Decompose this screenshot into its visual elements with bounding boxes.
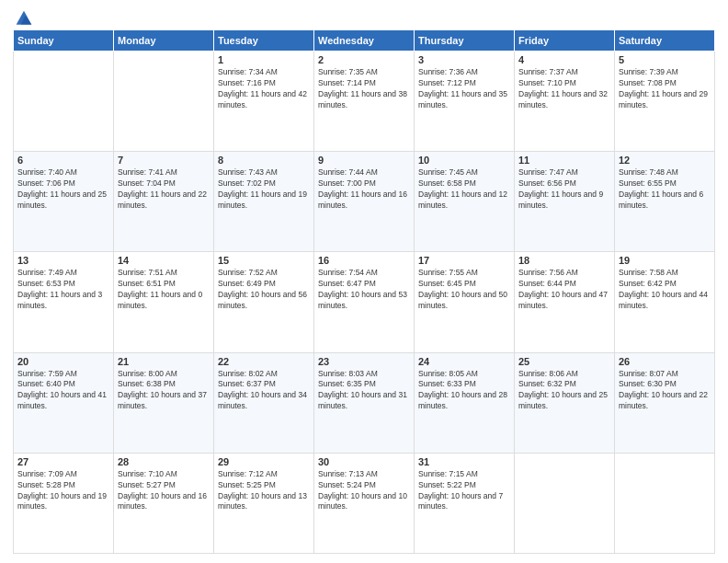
day-info: Sunrise: 7:15 AMSunset: 5:22 PMDaylight:… bbox=[418, 469, 510, 513]
calendar-day-cell: 20Sunrise: 7:59 AMSunset: 6:40 PMDayligh… bbox=[14, 352, 114, 453]
calendar-day-header: Friday bbox=[515, 30, 615, 52]
day-info: Sunrise: 8:00 AMSunset: 6:38 PMDaylight:… bbox=[118, 369, 210, 413]
day-info: Sunrise: 7:59 AMSunset: 6:40 PMDaylight:… bbox=[17, 369, 109, 413]
day-number: 4 bbox=[518, 54, 610, 65]
day-number: 5 bbox=[619, 54, 711, 65]
day-number: 31 bbox=[418, 456, 510, 467]
calendar-day-cell: 19Sunrise: 7:58 AMSunset: 6:42 PMDayligh… bbox=[615, 252, 715, 352]
page: SundayMondayTuesdayWednesdayThursdayFrid… bbox=[0, 0, 728, 563]
calendar-day-cell: 17Sunrise: 7:55 AMSunset: 6:45 PMDayligh… bbox=[415, 252, 515, 352]
day-number: 19 bbox=[619, 255, 711, 266]
day-number: 16 bbox=[318, 255, 410, 266]
day-number: 24 bbox=[418, 356, 510, 367]
calendar-day-cell: 3Sunrise: 7:36 AMSunset: 7:12 PMDaylight… bbox=[415, 52, 515, 152]
day-info: Sunrise: 7:52 AMSunset: 6:49 PMDaylight:… bbox=[218, 268, 310, 312]
day-number: 30 bbox=[318, 456, 410, 467]
calendar-day-cell: 2Sunrise: 7:35 AMSunset: 7:14 PMDaylight… bbox=[314, 52, 415, 152]
day-info: Sunrise: 7:09 AMSunset: 5:28 PMDaylight:… bbox=[17, 469, 109, 513]
calendar-day-header: Saturday bbox=[615, 30, 715, 52]
calendar-day-cell: 18Sunrise: 7:56 AMSunset: 6:44 PMDayligh… bbox=[515, 252, 615, 352]
header bbox=[13, 9, 715, 24]
day-info: Sunrise: 7:10 AMSunset: 5:27 PMDaylight:… bbox=[118, 469, 210, 513]
day-info: Sunrise: 7:13 AMSunset: 5:24 PMDaylight:… bbox=[318, 469, 410, 513]
day-number: 9 bbox=[318, 155, 410, 166]
day-number: 11 bbox=[518, 155, 610, 166]
calendar-day-cell: 21Sunrise: 8:00 AMSunset: 6:38 PMDayligh… bbox=[114, 352, 214, 453]
day-number: 6 bbox=[17, 155, 109, 166]
calendar-day-cell: 7Sunrise: 7:41 AMSunset: 7:04 PMDaylight… bbox=[114, 152, 214, 252]
calendar-day-header: Wednesday bbox=[314, 30, 415, 52]
calendar-header-row: SundayMondayTuesdayWednesdayThursdayFrid… bbox=[14, 30, 715, 52]
calendar-day-cell: 11Sunrise: 7:47 AMSunset: 6:56 PMDayligh… bbox=[515, 152, 615, 252]
day-number: 21 bbox=[118, 356, 210, 367]
calendar-day-cell bbox=[515, 453, 615, 553]
day-number: 7 bbox=[118, 155, 210, 166]
day-info: Sunrise: 7:58 AMSunset: 6:42 PMDaylight:… bbox=[619, 268, 711, 312]
logo bbox=[13, 9, 33, 24]
day-number: 1 bbox=[218, 54, 310, 65]
calendar-day-cell bbox=[615, 453, 715, 553]
logo-icon bbox=[15, 9, 33, 28]
day-number: 15 bbox=[218, 255, 310, 266]
calendar-day-cell: 8Sunrise: 7:43 AMSunset: 7:02 PMDaylight… bbox=[214, 152, 314, 252]
day-info: Sunrise: 8:03 AMSunset: 6:35 PMDaylight:… bbox=[318, 369, 410, 413]
day-number: 13 bbox=[17, 255, 109, 266]
day-number: 25 bbox=[518, 356, 610, 367]
calendar-day-cell: 26Sunrise: 8:07 AMSunset: 6:30 PMDayligh… bbox=[615, 352, 715, 453]
calendar-day-cell: 5Sunrise: 7:39 AMSunset: 7:08 PMDaylight… bbox=[615, 52, 715, 152]
day-number: 12 bbox=[619, 155, 711, 166]
day-info: Sunrise: 7:45 AMSunset: 6:58 PMDaylight:… bbox=[418, 167, 510, 212]
day-number: 27 bbox=[17, 456, 109, 467]
calendar-day-cell: 31Sunrise: 7:15 AMSunset: 5:22 PMDayligh… bbox=[415, 453, 515, 553]
day-info: Sunrise: 7:55 AMSunset: 6:45 PMDaylight:… bbox=[418, 268, 510, 312]
calendar-day-cell: 16Sunrise: 7:54 AMSunset: 6:47 PMDayligh… bbox=[314, 252, 415, 352]
calendar-week-row: 20Sunrise: 7:59 AMSunset: 6:40 PMDayligh… bbox=[14, 352, 715, 453]
calendar-day-cell: 1Sunrise: 7:34 AMSunset: 7:16 PMDaylight… bbox=[214, 52, 314, 152]
calendar-day-cell: 6Sunrise: 7:40 AMSunset: 7:06 PMDaylight… bbox=[14, 152, 114, 252]
calendar-day-cell: 29Sunrise: 7:12 AMSunset: 5:25 PMDayligh… bbox=[214, 453, 314, 553]
calendar-day-cell: 28Sunrise: 7:10 AMSunset: 5:27 PMDayligh… bbox=[114, 453, 214, 553]
day-number: 18 bbox=[518, 255, 610, 266]
calendar-day-cell: 25Sunrise: 8:06 AMSunset: 6:32 PMDayligh… bbox=[515, 352, 615, 453]
calendar-week-row: 6Sunrise: 7:40 AMSunset: 7:06 PMDaylight… bbox=[14, 152, 715, 252]
day-number: 10 bbox=[418, 155, 510, 166]
calendar-day-cell: 14Sunrise: 7:51 AMSunset: 6:51 PMDayligh… bbox=[114, 252, 214, 352]
day-number: 14 bbox=[118, 255, 210, 266]
day-info: Sunrise: 7:12 AMSunset: 5:25 PMDaylight:… bbox=[218, 469, 310, 513]
day-info: Sunrise: 7:39 AMSunset: 7:08 PMDaylight:… bbox=[619, 67, 711, 111]
day-info: Sunrise: 7:49 AMSunset: 6:53 PMDaylight:… bbox=[17, 268, 109, 312]
day-info: Sunrise: 7:36 AMSunset: 7:12 PMDaylight:… bbox=[418, 67, 510, 111]
day-info: Sunrise: 7:54 AMSunset: 6:47 PMDaylight:… bbox=[318, 268, 410, 312]
calendar-day-cell: 9Sunrise: 7:44 AMSunset: 7:00 PMDaylight… bbox=[314, 152, 415, 252]
day-number: 3 bbox=[418, 54, 510, 65]
calendar-day-header: Monday bbox=[114, 30, 214, 52]
day-info: Sunrise: 7:35 AMSunset: 7:14 PMDaylight:… bbox=[318, 67, 410, 111]
day-info: Sunrise: 7:41 AMSunset: 7:04 PMDaylight:… bbox=[118, 167, 210, 212]
day-info: Sunrise: 7:56 AMSunset: 6:44 PMDaylight:… bbox=[518, 268, 610, 312]
day-number: 2 bbox=[318, 54, 410, 65]
calendar-day-cell: 22Sunrise: 8:02 AMSunset: 6:37 PMDayligh… bbox=[214, 352, 314, 453]
calendar-table: SundayMondayTuesdayWednesdayThursdayFrid… bbox=[13, 29, 715, 554]
calendar-day-cell: 4Sunrise: 7:37 AMSunset: 7:10 PMDaylight… bbox=[515, 52, 615, 152]
calendar-day-cell: 12Sunrise: 7:48 AMSunset: 6:55 PMDayligh… bbox=[615, 152, 715, 252]
calendar-week-row: 1Sunrise: 7:34 AMSunset: 7:16 PMDaylight… bbox=[14, 52, 715, 152]
day-number: 22 bbox=[218, 356, 310, 367]
day-info: Sunrise: 8:06 AMSunset: 6:32 PMDaylight:… bbox=[518, 369, 610, 413]
day-number: 29 bbox=[218, 456, 310, 467]
day-info: Sunrise: 7:44 AMSunset: 7:00 PMDaylight:… bbox=[318, 167, 410, 212]
day-number: 20 bbox=[17, 356, 109, 367]
calendar-day-cell: 10Sunrise: 7:45 AMSunset: 6:58 PMDayligh… bbox=[415, 152, 515, 252]
calendar-day-cell: 27Sunrise: 7:09 AMSunset: 5:28 PMDayligh… bbox=[14, 453, 114, 553]
calendar-day-cell bbox=[114, 52, 214, 152]
calendar-week-row: 13Sunrise: 7:49 AMSunset: 6:53 PMDayligh… bbox=[14, 252, 715, 352]
day-info: Sunrise: 8:02 AMSunset: 6:37 PMDaylight:… bbox=[218, 369, 310, 413]
calendar-day-cell bbox=[14, 52, 114, 152]
calendar-day-cell: 30Sunrise: 7:13 AMSunset: 5:24 PMDayligh… bbox=[314, 453, 415, 553]
day-number: 17 bbox=[418, 255, 510, 266]
calendar-day-cell: 13Sunrise: 7:49 AMSunset: 6:53 PMDayligh… bbox=[14, 252, 114, 352]
day-info: Sunrise: 7:47 AMSunset: 6:56 PMDaylight:… bbox=[518, 167, 610, 212]
calendar-day-header: Tuesday bbox=[214, 30, 314, 52]
calendar-week-row: 27Sunrise: 7:09 AMSunset: 5:28 PMDayligh… bbox=[14, 453, 715, 553]
day-info: Sunrise: 7:34 AMSunset: 7:16 PMDaylight:… bbox=[218, 67, 310, 111]
day-number: 23 bbox=[318, 356, 410, 367]
